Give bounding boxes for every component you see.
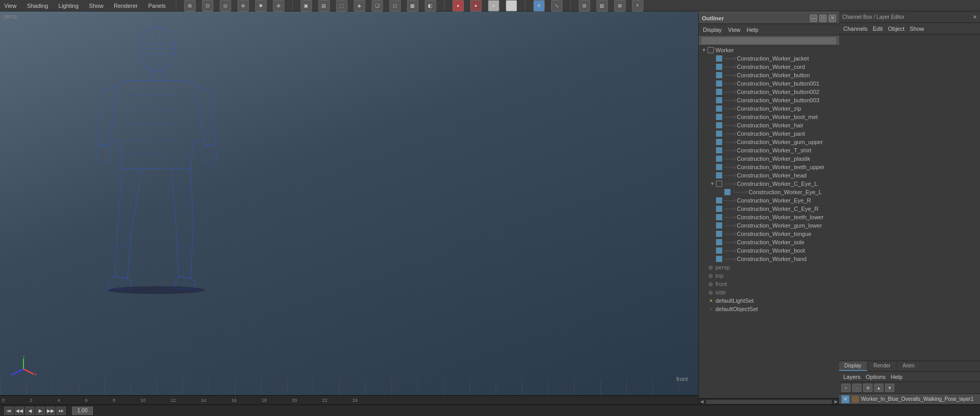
layer-move-down[interactable]: ▼ bbox=[885, 384, 894, 392]
toolbar-btn-9[interactable]: ⬚ bbox=[336, 0, 348, 11]
menu-view[interactable]: View bbox=[2, 2, 19, 10]
toolbar-btn-23[interactable]: ⊠ bbox=[614, 0, 626, 11]
outliner-menu-help[interactable]: Help bbox=[747, 27, 759, 33]
tree-item[interactable]: ▼Worker bbox=[699, 46, 839, 54]
outliner-close[interactable]: ✕ bbox=[829, 15, 836, 22]
tab-anim[interactable]: Anim bbox=[898, 361, 921, 371]
tree-item[interactable]: ——o Construction_Worker_button003 bbox=[699, 96, 839, 104]
tree-item[interactable]: ——o Construction_Worker_button001 bbox=[699, 79, 839, 88]
toolbar-btn-14[interactable]: ◧ bbox=[425, 0, 436, 11]
layer-move-up[interactable]: ▲ bbox=[874, 384, 883, 392]
tree-expand-icon[interactable] bbox=[701, 272, 707, 279]
current-frame-input[interactable]: 1.00 bbox=[72, 407, 93, 415]
outliner-maximize[interactable]: □ bbox=[819, 15, 827, 22]
viewport-area[interactable]: X Y Z persp front 0 2 4 6 8 10 12 14 16 … bbox=[0, 11, 698, 405]
tree-item[interactable]: ——o Construction_Worker_teeth_upper bbox=[699, 163, 839, 171]
toolbar-btn-2[interactable]: ⊡ bbox=[202, 0, 213, 11]
tree-item[interactable]: ——o Construction_Worker_gum_lower bbox=[699, 221, 839, 230]
toolbar-btn-13[interactable]: ▩ bbox=[407, 0, 419, 11]
outliner-minimize[interactable]: — bbox=[810, 15, 817, 22]
tree-expand-icon[interactable] bbox=[709, 239, 715, 245]
menu-shading[interactable]: Shading bbox=[25, 2, 50, 10]
toolbar-select[interactable]: ✛ bbox=[533, 0, 545, 11]
next-frame-btn[interactable]: ▶▶ bbox=[46, 407, 55, 415]
toolbar-btn-8[interactable]: ▤ bbox=[318, 0, 330, 11]
menu-object[interactable]: Object bbox=[888, 26, 904, 32]
menu-show[interactable]: Show bbox=[910, 26, 924, 32]
tree-item[interactable]: ○defaultObjectSet bbox=[699, 305, 839, 313]
toolbar-btn-11[interactable]: ❑ bbox=[372, 0, 383, 11]
delete-layer-btn[interactable]: - bbox=[852, 384, 862, 392]
tree-expand-icon[interactable] bbox=[709, 172, 715, 179]
toolbar-btn-5[interactable]: ✱ bbox=[255, 0, 267, 11]
toolbar-btn-21[interactable]: ⊞ bbox=[579, 0, 590, 11]
toolbar-btn-4[interactable]: ⊕ bbox=[237, 0, 249, 11]
tree-expand-icon[interactable] bbox=[709, 139, 715, 145]
toolbar-btn-12[interactable]: ◻ bbox=[389, 0, 401, 11]
tree-expand-icon[interactable] bbox=[701, 306, 707, 312]
layer-visible-btn[interactable]: V bbox=[841, 395, 850, 403]
tree-item[interactable]: ——o Construction_Worker_button002 bbox=[699, 88, 839, 96]
outliner-tree[interactable]: ▼Worker——o Construction_Worker_jacket——o… bbox=[699, 46, 839, 398]
tree-item[interactable]: ——o Construction_Worker_teeth_lower bbox=[699, 213, 839, 221]
tree-item[interactable]: ——o Construction_Worker_jacket bbox=[699, 54, 839, 63]
tree-expand-icon[interactable] bbox=[709, 89, 715, 95]
go-end-btn[interactable]: ⏭ bbox=[56, 407, 66, 415]
tree-item[interactable]: ☀defaultLightSet bbox=[699, 296, 839, 305]
tree-item[interactable]: ——o Construction_Worker_Eye_R bbox=[699, 196, 839, 205]
toolbar-btn-22[interactable]: ▨ bbox=[596, 0, 608, 11]
tree-item[interactable]: ——o Construction_Worker_button bbox=[699, 71, 839, 79]
tree-item[interactable]: ——o Construction_Worker_T_shirt bbox=[699, 146, 839, 154]
menu-lighting[interactable]: Lighting bbox=[56, 2, 81, 10]
toolbar-btn-16[interactable]: ● bbox=[470, 0, 482, 11]
viewport-canvas[interactable]: X Y Z persp front bbox=[0, 11, 698, 395]
tree-expand-icon[interactable] bbox=[709, 256, 715, 262]
menu-show[interactable]: Show bbox=[87, 2, 106, 10]
tree-item[interactable]: ——o Construction_Worker_tongue bbox=[699, 230, 839, 238]
tree-item[interactable]: ▼——o Construction_Worker_C_Eye_L bbox=[699, 180, 839, 188]
tree-item[interactable]: ◎persp bbox=[699, 263, 839, 271]
scroll-left[interactable]: ◀ bbox=[699, 399, 705, 405]
play-btn[interactable]: ▶ bbox=[35, 407, 45, 415]
go-start-btn[interactable]: ⏮ bbox=[4, 407, 14, 415]
toolbar-btn-7[interactable]: ▣ bbox=[301, 0, 312, 11]
outliner-menu-display[interactable]: Display bbox=[703, 27, 722, 33]
new-layer-btn[interactable]: + bbox=[841, 384, 851, 392]
toolbar-btn-3[interactable]: ◎ bbox=[220, 0, 231, 11]
tree-expand-icon[interactable] bbox=[709, 164, 715, 170]
tree-expand-icon[interactable] bbox=[701, 298, 707, 304]
tree-expand-icon[interactable] bbox=[709, 156, 715, 162]
tree-item[interactable]: ◎top bbox=[699, 271, 839, 280]
toolbar-btn-17[interactable]: ● bbox=[488, 0, 499, 11]
layer-item[interactable]: V Worker_In_Blue_Overalls_Walking_Pose_l… bbox=[839, 394, 980, 405]
toolbar-btn-6[interactable]: ⊗ bbox=[273, 0, 284, 11]
tree-expand-icon[interactable] bbox=[709, 72, 715, 78]
close-icon[interactable]: ✕ bbox=[973, 14, 977, 20]
tree-expand-icon[interactable]: ▼ bbox=[709, 181, 715, 187]
tree-item[interactable]: └——o Construction_Worker_Eye_L bbox=[699, 188, 839, 196]
tree-expand-icon[interactable] bbox=[709, 147, 715, 153]
tree-item[interactable]: ——o Construction_Worker_head bbox=[699, 171, 839, 180]
tree-expand-icon[interactable] bbox=[709, 114, 715, 120]
outliner-search-input[interactable] bbox=[701, 37, 837, 45]
tab-display[interactable]: Display bbox=[839, 361, 867, 371]
menu-help-layers[interactable]: Help bbox=[891, 374, 903, 380]
toolbar-btn-24[interactable]: ⌖ bbox=[632, 0, 643, 11]
tree-expand-icon[interactable] bbox=[709, 197, 715, 204]
tree-item[interactable]: ——o Construction_Worker_hair bbox=[699, 121, 839, 129]
tree-item[interactable]: ——o Construction_Worker_gum_upper bbox=[699, 138, 839, 146]
tree-item[interactable]: ◎side bbox=[699, 288, 839, 296]
tree-expand-icon[interactable] bbox=[709, 80, 715, 87]
tree-expand-icon[interactable]: ▼ bbox=[701, 47, 707, 53]
menu-panels[interactable]: Panels bbox=[146, 2, 168, 10]
toolbar-btn-20[interactable]: ⤡ bbox=[551, 0, 563, 11]
outliner-scrollbar-h[interactable]: ◀ ▶ bbox=[699, 398, 839, 405]
tree-expand-icon[interactable] bbox=[709, 222, 715, 229]
outliner-menu-view[interactable]: View bbox=[728, 27, 740, 33]
menu-renderer[interactable]: Renderer bbox=[112, 2, 140, 10]
menu-layers[interactable]: Layers bbox=[843, 374, 861, 380]
tree-expand-icon[interactable] bbox=[709, 130, 715, 137]
tree-item[interactable]: ——o Construction_Worker_cord bbox=[699, 63, 839, 71]
tree-expand-icon[interactable] bbox=[709, 206, 715, 212]
toolbar-btn-15[interactable]: ● bbox=[452, 0, 464, 11]
